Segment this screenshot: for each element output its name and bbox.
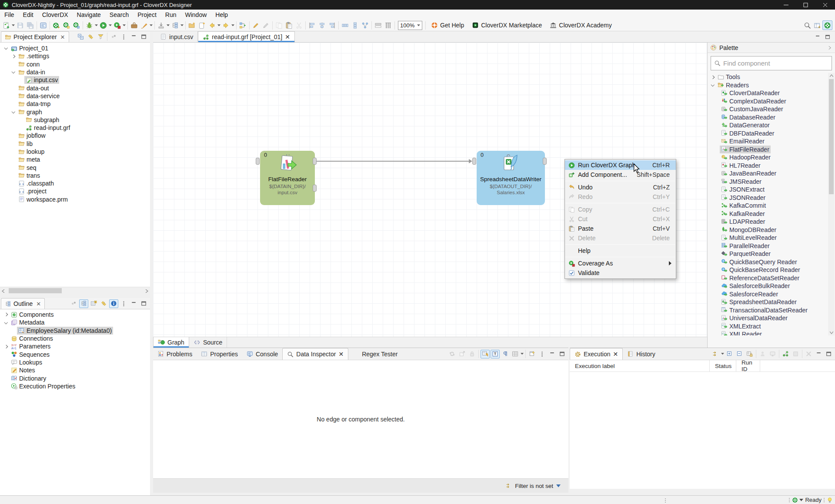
find-component-input[interactable]: [723, 60, 819, 67]
palette-item-quickbaserecord-reader[interactable]: QuickBaseRecord Reader: [708, 266, 835, 274]
flat-view-icon[interactable]: [791, 350, 800, 358]
align-left-icon[interactable]: [307, 20, 317, 30]
dropdown-icon[interactable]: [217, 20, 221, 30]
edge-connection[interactable]: [317, 161, 470, 162]
palette-item-kafkacommit[interactable]: KafkaCommit: [708, 202, 835, 210]
save-icon[interactable]: [15, 20, 25, 30]
context-menu-validate[interactable]: Validate: [565, 268, 676, 278]
bottom-sash[interactable]: [568, 348, 570, 495]
palette-scrollbar[interactable]: [828, 73, 835, 335]
view-menu-icon[interactable]: [538, 350, 547, 358]
explorer-item-input-csv[interactable]: input.csv: [0, 76, 150, 84]
open-perspective-icon[interactable]: [812, 20, 822, 30]
menu-project[interactable]: Project: [133, 10, 161, 20]
tree-mode-icon[interactable]: [170, 20, 180, 30]
info-icon[interactable]: [109, 299, 118, 308]
context-menu-help[interactable]: Help: [565, 246, 676, 255]
maximize-icon[interactable]: [558, 350, 567, 358]
clover-perspective-icon[interactable]: [822, 20, 832, 30]
minimize-window-button[interactable]: [776, 0, 796, 10]
horizontal-sash[interactable]: [0, 294, 150, 298]
explorer-item-graph[interactable]: graph: [0, 108, 150, 116]
explorer-item-subgraph[interactable]: subgraph: [0, 116, 150, 124]
lock-table-icon[interactable]: [745, 350, 754, 358]
text-mode-icon[interactable]: [491, 350, 500, 358]
grid-mode-icon[interactable]: [511, 350, 520, 358]
outline-item-parameters[interactable]: X=YA=1Parameters: [0, 342, 150, 350]
paste-icon[interactable]: [284, 20, 294, 30]
tab-history[interactable]: History: [623, 348, 660, 360]
dropdown-icon[interactable]: [166, 20, 170, 30]
pencil-icon[interactable]: [251, 20, 261, 30]
close-window-button[interactable]: [815, 0, 835, 10]
minimize-icon[interactable]: [814, 350, 823, 358]
cloverdx-academy-link[interactable]: CloverDX Academy: [550, 22, 611, 29]
view-menu-icon[interactable]: [119, 299, 128, 308]
editor-tab-read-input.grf[interactable]: read-input.grf [Project_01]✕: [198, 31, 295, 42]
filter-label[interactable]: Filter is not set: [515, 483, 553, 489]
tab-problems[interactable]: Problems: [153, 348, 197, 360]
view-menu-icon[interactable]: [119, 33, 128, 41]
dropdown-icon[interactable]: [94, 20, 98, 30]
explorer-item-trans[interactable]: trans: [0, 172, 150, 179]
menu-search[interactable]: Search: [105, 10, 133, 20]
explorer-item-conn[interactable]: conn: [0, 60, 150, 68]
palette-item-multilevelreader[interactable]: MultiLevelReader: [708, 234, 835, 242]
explorer-item-project-01[interactable]: Project_01: [0, 44, 150, 52]
palette-item-jsonextract[interactable]: JSONExtract: [708, 186, 835, 194]
tab-graph[interactable]: Graph: [153, 337, 189, 348]
palette-item-referencedatasetreader[interactable]: ReferenceDataSetReader: [708, 274, 835, 282]
dropdown-icon[interactable]: [231, 20, 235, 30]
tips-lightbulb-icon[interactable]: [827, 497, 833, 503]
close-tab-icon[interactable]: ✕: [613, 351, 618, 358]
remote-icon[interactable]: [768, 350, 777, 358]
palette-chevron-icon[interactable]: [709, 82, 716, 89]
palette-item-kafkareader[interactable]: KafkaReader: [708, 210, 835, 218]
port-stub[interactable]: [543, 158, 547, 165]
editor-tab-input.csv[interactable]: input.csv: [156, 31, 198, 42]
profile-icon[interactable]: [112, 20, 122, 30]
context-menu-add-component-[interactable]: Add Component...Shift+Space: [565, 170, 676, 179]
tab-project-explorer[interactable]: Project Explorer ✕: [1, 31, 69, 42]
collapse-box-icon[interactable]: [735, 350, 744, 358]
dropdown-icon[interactable]: [108, 20, 112, 30]
palette-item-tools[interactable]: Tools: [708, 73, 835, 81]
explorer-item--project[interactable]: .project: [0, 187, 150, 195]
expand-chevron-icon[interactable]: [3, 311, 10, 318]
column-header-run-id[interactable]: Run ID: [736, 360, 760, 371]
project-explorer-hscrollbar[interactable]: [0, 287, 150, 294]
tree-green-icon[interactable]: [781, 350, 790, 358]
collapse-chevron-icon[interactable]: [10, 109, 17, 116]
palette-item-jsonreader[interactable]: JSONReader: [708, 194, 835, 202]
export-icon[interactable]: [458, 350, 467, 358]
outline-item-notes[interactable]: Notes: [0, 366, 150, 374]
explorer-item-data-tmp[interactable]: data-tmp: [0, 100, 150, 108]
dist-h-icon[interactable]: [340, 20, 350, 30]
tab-regex-tester[interactable]: Regex Tester: [348, 348, 402, 360]
column-header-status[interactable]: Status: [710, 360, 736, 371]
new-file-icon[interactable]: [197, 20, 207, 30]
palette-item-xmlextract[interactable]: XMLExtract: [708, 322, 835, 331]
outline-item-metadata[interactable]: Metadata: [0, 318, 150, 326]
column-header-execution-label[interactable]: Execution label: [570, 360, 710, 371]
filter-icon[interactable]: [96, 33, 105, 41]
explorer-item--settings[interactable]: .settings: [0, 52, 150, 60]
explorer-item-meta[interactable]: meta: [0, 156, 150, 163]
explorer-item--classpath[interactable]: .classpath: [0, 179, 150, 187]
dropdown-icon[interactable]: [180, 20, 184, 30]
graph-link-icon[interactable]: [238, 20, 248, 30]
explorer-item-workspace-prm[interactable]: workspace.prm: [0, 196, 150, 203]
pencil2-icon[interactable]: [261, 20, 271, 30]
palette-item-cloverdatareader[interactable]: CloverDataReader: [708, 89, 835, 97]
close-tab-icon[interactable]: ✕: [285, 33, 290, 40]
table-mode-icon[interactable]: [89, 299, 98, 308]
minimize-icon[interactable]: [129, 33, 138, 41]
explorer-item-data-service[interactable]: data-service: [0, 92, 150, 100]
palette-item-datagenerator[interactable]: DataGenerator: [708, 121, 835, 129]
dropdown-icon[interactable]: [721, 349, 725, 359]
tab-data-inspector[interactable]: Data Inspector✕: [282, 348, 348, 360]
new-folder-icon[interactable]: [187, 20, 197, 30]
brush-icon[interactable]: [139, 20, 149, 30]
port-stub[interactable]: [313, 185, 317, 192]
row-view-icon[interactable]: [373, 20, 383, 30]
